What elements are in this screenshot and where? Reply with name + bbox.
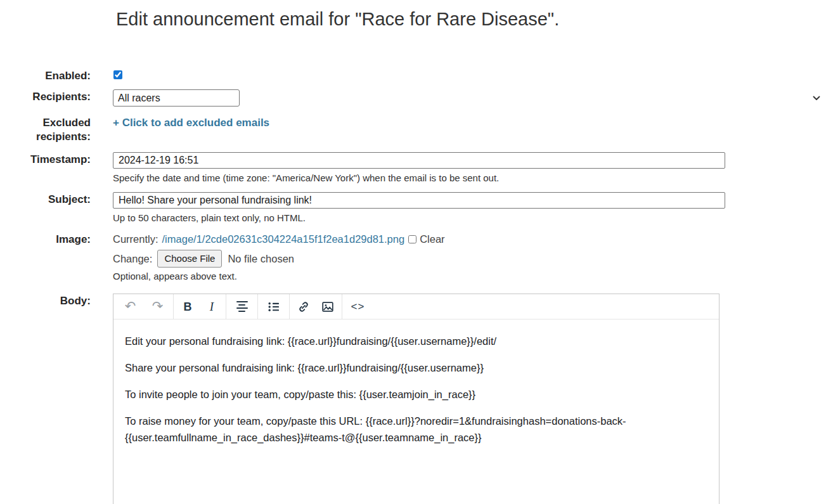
clear-checkbox[interactable] [408,235,416,243]
timestamp-input[interactable] [113,152,725,169]
body-paragraph: Edit your personal fundraising link: {{r… [125,333,704,349]
recipients-select[interactable]: All racers [113,89,240,107]
image-current-line: Currently: /image/1/2cde02631c304224a15f… [113,232,826,246]
image-current-link[interactable]: /image/1/2cde02631c304224a15f1f2ea1d29d8… [162,232,405,246]
image-icon [321,300,335,314]
toolbar-separator [289,294,290,319]
image-help: Optional, appears above text. [113,271,826,281]
code-button[interactable]: <> [344,296,371,318]
italic-icon: I [210,300,214,313]
toolbar-separator [257,294,258,319]
no-file-chosen-text: No file chosen [228,252,294,266]
image-row: Image: Currently: /image/1/2cde02631c304… [0,232,826,281]
code-icon: <> [351,301,365,312]
toolbar-separator [342,294,342,319]
timestamp-label: Timestamp: [0,152,91,167]
chevron-down-icon [813,96,820,101]
image-change-line: Change: Choose File No file chosen [113,250,826,268]
editor-content[interactable]: Edit your personal fundraising link: {{r… [113,320,719,446]
image-label: Image: [0,232,91,247]
bold-button[interactable]: B [176,296,200,318]
bold-icon: B [184,301,192,313]
add-excluded-emails-link[interactable]: + Click to add excluded emails [113,115,269,130]
subject-input[interactable] [113,192,725,209]
bullet-list-icon [268,300,280,313]
image-field: Currently: /image/1/2cde02631c304224a15f… [113,232,826,281]
image-button[interactable] [316,296,340,318]
recipients-row: Recipients: All racers [0,89,826,107]
toolbar-separator [173,294,174,319]
editor-toolbar: ↶ ↷ B I [113,294,719,320]
body-editor: ↶ ↷ B I [113,294,720,504]
excluded-recipients-field: + Click to add excluded emails [113,115,826,130]
body-paragraph: Share your personal fundraising link: {{… [125,359,704,376]
enabled-checkbox[interactable] [113,70,122,79]
timestamp-row: Timestamp: Specify the date and time (ti… [0,152,826,184]
recipients-field: All racers [113,89,826,107]
body-label: Body: [0,294,91,308]
edit-announcement-page: Edit announcement email for "Race for Ra… [0,0,826,504]
recipients-label: Recipients: [0,89,91,104]
link-icon [297,300,311,314]
enabled-label: Enabled: [0,68,91,83]
body-paragraph: To raise money for your team, copy/paste… [125,413,704,446]
bullet-list-button[interactable] [260,296,287,318]
align-center-icon [236,301,248,312]
subject-field: Up to 50 characters, plain text only, no… [113,192,826,224]
redo-button[interactable]: ↷ [144,296,171,318]
body-row: Body: ↶ ↷ B I [0,294,826,504]
clear-label: Clear [420,232,444,246]
image-change-text: Change: [113,252,152,266]
enabled-row: Enabled: [0,68,826,83]
page-title: Edit announcement email for "Race for Ra… [116,8,826,30]
align-center-button[interactable] [228,296,255,318]
toolbar-separator [226,294,226,319]
body-paragraph: To invite people to join your team, copy… [125,386,704,403]
subject-row: Subject: Up to 50 characters, plain text… [0,192,826,224]
announcement-form: Enabled: Recipients: All racers Excluded… [0,68,826,504]
choose-file-button[interactable]: Choose File [157,250,222,268]
enabled-field [113,68,826,82]
subject-help: Up to 50 characters, plain text only, no… [113,212,826,224]
redo-icon: ↷ [152,300,164,313]
subject-label: Subject: [0,192,91,207]
excluded-recipients-label: Excluded recipients: [0,115,91,144]
italic-button[interactable]: I [200,296,224,318]
image-currently-text: Currently: [113,232,158,246]
link-button[interactable] [292,296,316,318]
timestamp-field: Specify the date and time (time zone: "A… [113,152,826,184]
undo-icon: ↶ [125,300,136,313]
timestamp-help: Specify the date and time (time zone: "A… [113,172,826,184]
excluded-recipients-row: Excluded recipients: + Click to add excl… [0,115,826,144]
undo-button[interactable]: ↶ [117,296,144,318]
